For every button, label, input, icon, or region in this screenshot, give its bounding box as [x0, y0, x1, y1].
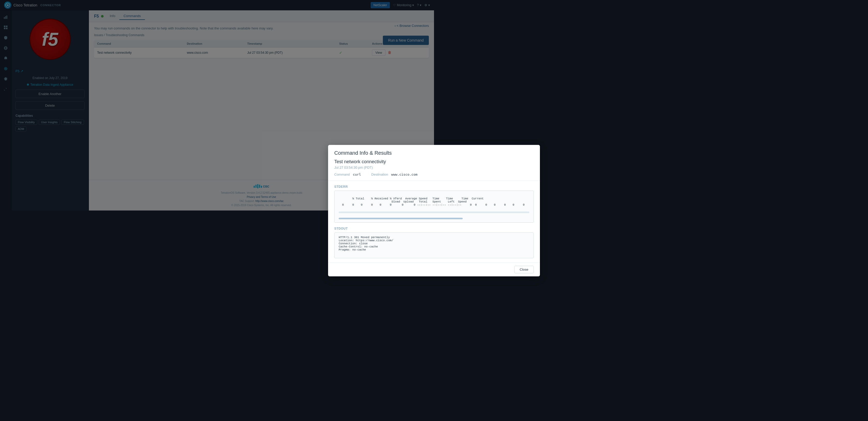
command-modal: Command Info & Results Test network conn…: [328, 145, 434, 211]
modal-body: STDERR % Total % Received % Xferd Averag…: [328, 181, 434, 211]
modal-meta: Command curl Destination www.cisco.com: [334, 172, 434, 176]
stderr-label: STDERR: [334, 185, 434, 189]
modal-cmd-name: Test network connectivity: [334, 159, 434, 164]
destination-value: www.cisco.com: [391, 172, 417, 176]
stderr-content: % Total % Received % Xferd Average Speed…: [334, 191, 434, 211]
modal-header: Command Info & Results Test network conn…: [328, 145, 434, 181]
destination-label: Destination: [371, 172, 388, 176]
command-label: Command: [334, 172, 350, 176]
command-value: curl: [353, 172, 361, 176]
meta-command: Command curl: [334, 172, 361, 176]
modal-title: Command Info & Results: [334, 150, 434, 156]
modal-timestamp: Jul 27 03:54:30 pm (PDT): [334, 166, 434, 169]
modal-overlay: Command Info & Results Test network conn…: [0, 0, 434, 210]
meta-destination: Destination www.cisco.com: [371, 172, 417, 176]
